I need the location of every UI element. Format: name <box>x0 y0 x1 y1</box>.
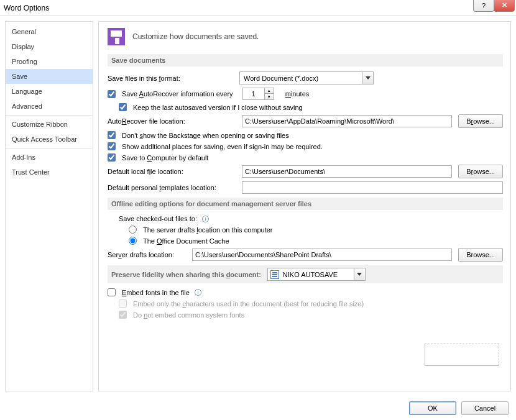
format-value: Word Document (*.docx) <box>240 75 362 82</box>
do-not-embed-common-checkbox <box>119 311 127 319</box>
show-additional-checkbox[interactable] <box>108 142 116 150</box>
autorecover-minutes-spinner[interactable]: ▲▼ <box>242 88 274 100</box>
section-save-documents: Save documents <box>108 54 503 66</box>
show-additional-label: Show additional places for saving, even … <box>122 143 323 150</box>
sidebar-item-proofing[interactable]: Proofing <box>6 54 93 69</box>
dont-show-backstage-checkbox[interactable] <box>108 131 116 139</box>
server-drafts-loc-input[interactable] <box>192 249 452 261</box>
section-offline-editing: Offline editing options for document man… <box>108 198 503 210</box>
titlebar: Word Options ? ✕ <box>0 0 516 16</box>
info-icon[interactable]: i <box>195 289 201 296</box>
cancel-button[interactable]: Cancel <box>461 401 509 415</box>
embed-only-chars-label: Embed only the characters used in the do… <box>133 300 364 308</box>
embed-fonts-label: Embed fonts in the file <box>122 289 190 296</box>
section-preserve-fidelity: Preserve fidelity when sharing this docu… <box>108 265 503 283</box>
server-drafts-loc-label: Server drafts location: <box>108 251 186 258</box>
sidebar-item-language[interactable]: Language <box>6 84 93 99</box>
page-title: Customize how documents are saved. <box>132 32 259 41</box>
default-templates-input[interactable] <box>242 181 503 194</box>
embed-fonts-checkbox[interactable] <box>108 288 116 296</box>
embed-only-chars-checkbox <box>119 299 127 308</box>
minutes-label: minutes <box>285 90 310 98</box>
save-icon <box>108 28 125 45</box>
spin-up-icon[interactable]: ▲ <box>265 88 274 94</box>
close-button[interactable]: ✕ <box>494 0 515 12</box>
chevron-down-icon[interactable] <box>354 268 365 280</box>
sidebar-item-qat[interactable]: Quick Access Toolbar <box>6 132 93 147</box>
dialog-footer: OK Cancel <box>409 401 509 415</box>
do-not-embed-common-label: Do not embed common system fonts <box>133 311 244 319</box>
autorecover-location-label: AutoRecover file location: <box>108 117 236 125</box>
window-title: Word Options <box>4 4 49 12</box>
sidebar-item-advanced[interactable]: Advanced <box>6 99 93 114</box>
keep-last-checkbox[interactable] <box>119 103 127 111</box>
format-label: Save files in this format: <box>108 75 236 82</box>
window-buttons: ? ✕ <box>474 0 515 12</box>
sidebar-item-trust-center[interactable]: Trust Center <box>6 165 93 180</box>
chevron-down-icon[interactable] <box>362 72 373 84</box>
dont-show-backstage-label: Don't show the Backstage when opening or… <box>122 132 289 139</box>
format-select[interactable]: Word Document (*.docx) <box>239 71 374 84</box>
document-icon <box>270 270 279 279</box>
sidebar-item-addins[interactable]: Add-Ins <box>6 148 93 165</box>
save-computer-checkbox[interactable] <box>108 153 116 162</box>
checked-out-label: Save checked-out files to: <box>119 215 197 222</box>
default-local-label: Default local file location: <box>108 168 236 175</box>
preserve-doc-select[interactable]: NIKO AUTOSAVE <box>267 268 366 281</box>
preserve-fidelity-label: Preserve fidelity when sharing this docu… <box>111 271 261 278</box>
placeholder-box <box>425 344 499 366</box>
spin-down-icon[interactable]: ▼ <box>265 94 274 99</box>
default-local-input[interactable] <box>242 165 452 178</box>
sidebar-item-general[interactable]: General <box>6 24 93 39</box>
browse-autorecover-button[interactable]: Browse... <box>458 114 503 128</box>
sidebar-item-save[interactable]: Save <box>6 69 93 84</box>
keep-last-label: Keep the last autosaved version if I clo… <box>133 104 303 111</box>
autorecover-label: Save AutoRecover information every <box>122 90 233 98</box>
info-icon[interactable]: i <box>202 216 209 222</box>
office-cache-label: The Office Document Cache <box>143 237 229 245</box>
sidebar-item-display[interactable]: Display <box>6 39 93 54</box>
autorecover-minutes-input[interactable] <box>243 88 264 99</box>
save-computer-label: Save to Computer by default <box>122 154 208 162</box>
help-button[interactable]: ? <box>473 0 494 12</box>
sidebar: General Display Proofing Save Language A… <box>5 21 93 391</box>
browse-server-drafts-button[interactable]: Browse... <box>458 248 503 262</box>
preserve-doc-name: NIKO AUTOSAVE <box>279 271 354 278</box>
default-templates-label: Default personal templates location: <box>108 184 236 191</box>
autorecover-checkbox[interactable] <box>108 90 116 98</box>
autorecover-location-input[interactable] <box>242 115 452 127</box>
sidebar-item-customize-ribbon[interactable]: Customize Ribbon <box>6 115 93 132</box>
main-panel: Customize how documents are saved. Save … <box>98 21 511 391</box>
server-drafts-label: The server drafts location on this compu… <box>143 226 273 234</box>
ok-button[interactable]: OK <box>409 401 456 415</box>
browse-default-local-button[interactable]: Browse... <box>458 165 503 178</box>
office-cache-radio[interactable] <box>129 237 137 245</box>
server-drafts-radio[interactable] <box>129 226 137 234</box>
